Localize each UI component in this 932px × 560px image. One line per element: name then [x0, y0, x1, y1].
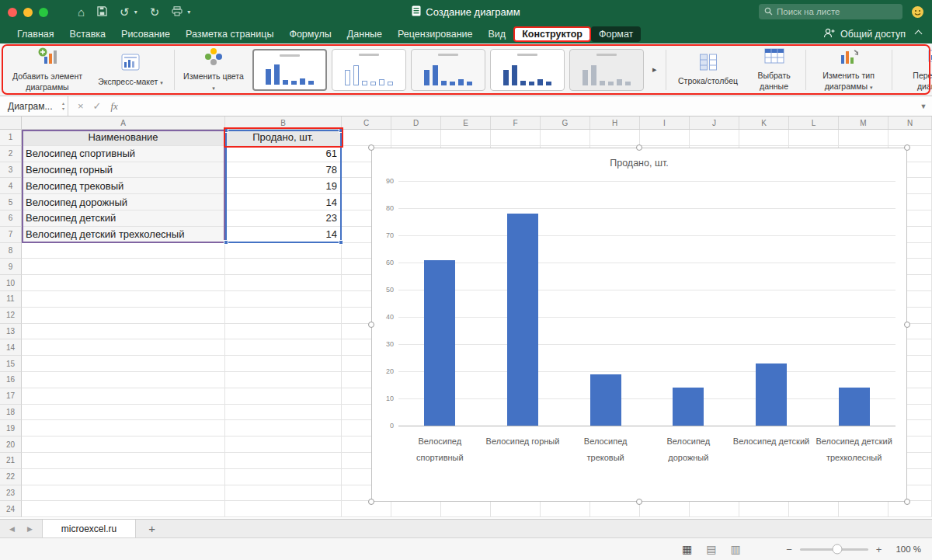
cell-A15[interactable] — [22, 356, 225, 372]
cell-B9[interactable] — [225, 259, 342, 275]
cell-A7[interactable]: Велосипед детский трехколесный — [22, 227, 225, 243]
move-chart-button[interactable]: Переместить диаграмму — [899, 47, 932, 91]
row-header-6[interactable]: 6 — [0, 210, 22, 227]
row-header-3[interactable]: 3 — [0, 162, 22, 179]
cell-B12[interactable] — [225, 308, 342, 324]
cell-A19[interactable] — [22, 420, 225, 437]
row-header-7[interactable]: 7 — [0, 227, 22, 243]
cell-G1[interactable] — [541, 130, 590, 146]
fullscreen-window-button[interactable] — [39, 8, 48, 17]
cell-B18[interactable] — [225, 405, 342, 421]
formula-input[interactable] — [127, 96, 915, 116]
cell-B22[interactable] — [225, 469, 342, 485]
home-icon[interactable]: ⌂ — [78, 5, 85, 19]
name-box-stepper-icon[interactable]: ▴▾ — [62, 101, 64, 111]
search-input[interactable] — [777, 7, 897, 16]
gallery-more-icon[interactable]: ▸ — [651, 64, 659, 75]
cell-D24[interactable] — [391, 501, 441, 517]
cell-A17[interactable] — [22, 388, 225, 405]
redo-icon[interactable]: ↻ — [150, 5, 160, 19]
tab-8[interactable]: Вид — [481, 26, 514, 42]
cell-A22[interactable] — [22, 469, 225, 485]
cell-J1[interactable] — [690, 130, 739, 146]
cell-B21[interactable] — [225, 453, 342, 469]
add-chart-element-button[interactable]: Добавить элемент диаграммы — [8, 47, 87, 92]
row-header-14[interactable]: 14 — [0, 339, 22, 356]
column-header-C[interactable]: C — [342, 117, 391, 129]
chart-resize-handle[interactable] — [904, 499, 910, 505]
cell-A12[interactable] — [22, 308, 225, 324]
chart-style-thumbnail-1[interactable] — [252, 49, 327, 91]
cell-A2[interactable]: Велосипед спортивный — [22, 146, 225, 162]
row-header-22[interactable]: 22 — [0, 469, 22, 485]
sheet-tab-microexcel[interactable]: microexcel.ru — [42, 520, 136, 537]
row-header-13[interactable]: 13 — [0, 324, 22, 340]
share-button[interactable]: Общий доступ — [823, 24, 932, 43]
chart-resize-handle[interactable] — [636, 144, 642, 151]
sheet-next-icon[interactable]: ▶ — [27, 525, 33, 533]
undo-dropdown-icon[interactable]: ▾ — [134, 9, 137, 16]
column-header-D[interactable]: D — [391, 117, 441, 129]
cell-A21[interactable] — [22, 453, 225, 469]
row-header-24[interactable]: 24 — [0, 501, 22, 517]
cell-B8[interactable] — [225, 243, 342, 259]
undo-icon[interactable]: ↺ — [120, 5, 130, 19]
row-header-2[interactable]: 2 — [0, 146, 22, 162]
tab-10[interactable]: Формат — [591, 26, 641, 42]
cell-A18[interactable] — [22, 405, 225, 421]
cell-A16[interactable] — [22, 372, 225, 388]
chart-bar-6[interactable] — [839, 388, 870, 426]
tab-4[interactable]: Разметка страницы — [178, 26, 281, 42]
row-header-8[interactable]: 8 — [0, 243, 22, 259]
cell-A5[interactable]: Велосипед дорожный — [22, 194, 225, 210]
chart-bar-4[interactable] — [673, 388, 704, 426]
cell-H24[interactable] — [590, 501, 640, 517]
column-header-A[interactable]: A — [22, 117, 225, 129]
column-header-L[interactable]: L — [789, 117, 839, 129]
cell-L24[interactable] — [789, 501, 839, 517]
cell-F1[interactable] — [491, 130, 541, 146]
cell-B16[interactable] — [225, 372, 342, 388]
value-range-selection[interactable] — [225, 130, 342, 243]
row-header-19[interactable]: 19 — [0, 420, 22, 437]
row-header-21[interactable]: 21 — [0, 453, 22, 469]
minimize-window-button[interactable] — [23, 8, 33, 17]
cell-A6[interactable]: Велосипед детский — [22, 210, 225, 227]
tab-3[interactable]: Рисование — [113, 26, 178, 42]
chart-bar-2[interactable] — [507, 214, 538, 426]
print-icon[interactable] — [172, 5, 183, 19]
chart-style-thumbnail-2[interactable] — [332, 49, 406, 91]
cell-A23[interactable] — [22, 485, 225, 502]
search-field[interactable] — [759, 4, 902, 19]
cell-A1[interactable]: Наименование — [22, 130, 225, 146]
cell-H1[interactable] — [590, 130, 640, 146]
chart-style-thumbnail-5[interactable] — [569, 49, 644, 91]
page-layout-view-icon[interactable]: ▤ — [706, 543, 716, 555]
chart-resize-handle[interactable] — [368, 144, 374, 151]
tab-2[interactable]: Вставка — [62, 26, 113, 42]
cell-K24[interactable] — [739, 501, 789, 517]
cell-A10[interactable] — [22, 275, 225, 291]
cell-M24[interactable] — [839, 501, 889, 517]
cell-B17[interactable] — [225, 388, 342, 405]
cell-B14[interactable] — [225, 339, 342, 356]
add-sheet-button[interactable]: + — [136, 522, 168, 535]
row-header-15[interactable]: 15 — [0, 356, 22, 372]
column-header-J[interactable]: J — [690, 117, 739, 129]
row-header-5[interactable]: 5 — [0, 194, 22, 210]
cell-M1[interactable] — [839, 130, 889, 146]
row-header-16[interactable]: 16 — [0, 372, 22, 388]
column-header-H[interactable]: H — [590, 117, 640, 129]
cell-K1[interactable] — [739, 130, 789, 146]
selection-handle[interactable] — [339, 128, 343, 133]
zoom-in-icon[interactable]: + — [876, 544, 882, 555]
feedback-smiley-icon[interactable] — [911, 5, 924, 19]
chart-style-thumbnail-4[interactable] — [490, 49, 565, 91]
chart-resize-handle[interactable] — [636, 499, 642, 505]
row-header-20[interactable]: 20 — [0, 437, 22, 453]
select-all-corner[interactable] — [0, 117, 22, 129]
chart-bar-1[interactable] — [424, 260, 455, 426]
cancel-entry-icon[interactable]: × — [78, 100, 84, 112]
cell-B20[interactable] — [225, 437, 342, 453]
row-header-12[interactable]: 12 — [0, 308, 22, 324]
